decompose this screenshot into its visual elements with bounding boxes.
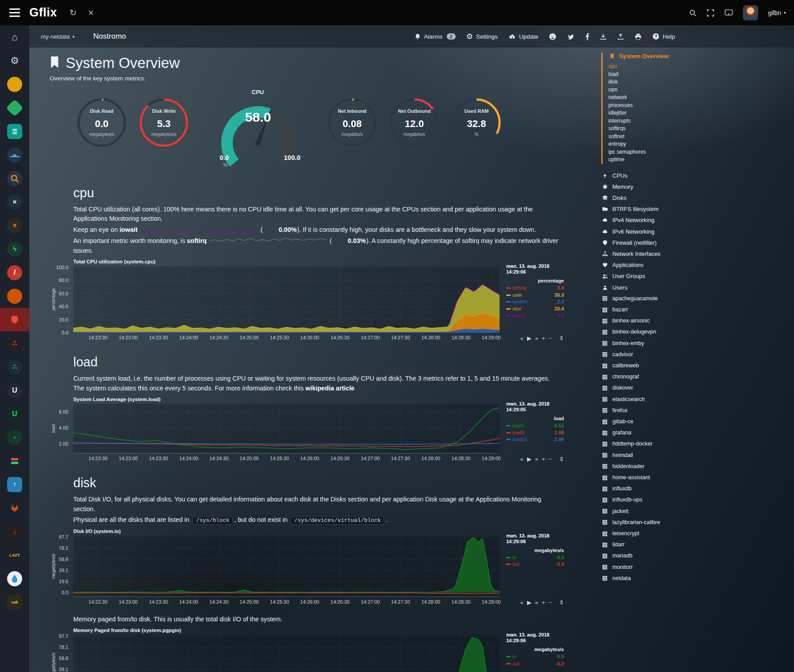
nav-container-home-assistant[interactable]: home-assistant	[601, 472, 777, 483]
chart-control-3[interactable]: +	[542, 456, 545, 462]
legend-entry-in[interactable]: in0.0	[506, 554, 564, 561]
nav-container-bazarr[interactable]: bazarr	[601, 304, 777, 315]
home-icon[interactable]: ⌂	[0, 25, 29, 49]
facebook-button[interactable]	[585, 33, 589, 40]
nav-container-hddtemp-docker[interactable]: hddtemp-docker	[601, 438, 777, 449]
app-sabnzbd-icon[interactable]: sab	[0, 590, 29, 614]
gauge-cpu[interactable]: CPU 58.0 0.0 100.0 %	[205, 89, 311, 173]
import-button[interactable]	[600, 33, 607, 40]
nav-container-cadvisor[interactable]: cadvisor	[601, 349, 777, 360]
menu-button[interactable]	[0, 0, 29, 25]
gauge-disk-write[interactable]: Disk Write 5.3 megabytes/s	[136, 95, 191, 152]
app-upload-box-icon[interactable]: ↑	[0, 473, 29, 496]
nav-container-hiddenloader[interactable]: hiddenloader	[601, 461, 777, 472]
nav-ipv6-networking[interactable]: IPv6 Networking	[601, 226, 777, 237]
nav-container-lazylibrarian-calibre[interactable]: lazylibrarian-calibre	[601, 517, 777, 528]
nav-container-apacheguacamole[interactable]: apacheguacamole	[601, 293, 777, 304]
nav-firewall-netfilter[interactable]: Firewall (netfilter)	[601, 237, 777, 248]
nav-container-gitlab-ce[interactable]: gitlab-ce	[601, 416, 777, 427]
system-load-chart[interactable]: System Load Average (system.load) load 6…	[49, 397, 565, 463]
app-audio-bars-icon[interactable]: ▂▅▂	[0, 143, 29, 167]
chart-control-1[interactable]: ▶	[527, 456, 532, 462]
legend-entry-in[interactable]: in0.0	[506, 653, 564, 660]
nav-ipv4-networking[interactable]: IPv4 Networking	[601, 215, 777, 226]
update-button[interactable]: Update	[508, 33, 539, 40]
nav-container-binhex-airsonic[interactable]: binhex-airsonic	[601, 315, 777, 326]
close-icon[interactable]: ×	[88, 7, 94, 19]
nav-system-overview[interactable]: System Overview	[608, 53, 777, 60]
nav-sub-ipc-semaphores[interactable]: ipc semaphores	[608, 148, 777, 156]
nav-container-firefox[interactable]: firefox	[601, 405, 777, 416]
legend-entry-load15[interactable]: load152.06	[506, 436, 564, 443]
chart-control-4[interactable]: −	[549, 335, 552, 342]
chart-control-2[interactable]: »	[535, 599, 538, 606]
nav-sub-idlejitter[interactable]: idlejitter	[608, 109, 777, 117]
gauge-net-outbound[interactable]: Net Outbound 12.0 megabits/s	[387, 95, 442, 152]
chart-control-3[interactable]: +	[542, 599, 545, 606]
nav-sub-entropy[interactable]: entropy	[608, 140, 777, 148]
nav-container-influxdb-ups[interactable]: influxdb-ups	[601, 494, 777, 505]
nav-container-netdata[interactable]: netdata	[601, 573, 777, 584]
chart-resize-grip[interactable]: ⇕	[559, 599, 564, 606]
chart-control-0[interactable]: «	[520, 599, 523, 606]
memory-paged-chart[interactable]: Memory Paged from/to disk (system.pgpgio…	[49, 628, 565, 672]
nav-cpus[interactable]: CPUs	[601, 170, 777, 181]
wikipedia-link[interactable]: wikipedia article	[306, 385, 354, 392]
app-red-slash-icon[interactable]: /	[0, 261, 29, 284]
disk-io-chart[interactable]: Disk I/O (system.io) megabytes/s 97.778.…	[49, 529, 565, 607]
app-teal-dots-icon[interactable]: ∴	[0, 355, 29, 378]
legend-entry-out[interactable]: out-5.2	[506, 660, 564, 668]
chart-plot-area[interactable]	[73, 266, 500, 334]
cpu-utilization-chart[interactable]: Total CPU utilization (system.cpu) perce…	[49, 259, 565, 342]
nav-users[interactable]: Users	[601, 282, 777, 293]
app-green-diamond-icon[interactable]	[0, 96, 29, 119]
legend-entry-system[interactable]: system2.3	[506, 298, 564, 306]
legend-entry-load1[interactable]: load16.51	[506, 422, 564, 429]
alarms-button[interactable]: Alarms 2	[414, 33, 456, 40]
nav-disks[interactable]: Disks	[601, 192, 777, 203]
app-teal-stack-icon[interactable]: ≣	[0, 119, 29, 143]
nav-container-jackett[interactable]: jackett	[601, 506, 777, 517]
app-dark-x-orange-icon[interactable]: ×	[0, 214, 29, 237]
refresh-icon[interactable]: ↻	[70, 8, 77, 18]
chart-control-3[interactable]: +	[542, 335, 545, 342]
nav-applications[interactable]: Applications	[601, 259, 777, 270]
app-droplet-icon[interactable]	[0, 567, 29, 590]
app-u-green-icon[interactable]: U	[0, 402, 29, 425]
nav-sub-softnet[interactable]: softnet	[608, 133, 777, 141]
avatar[interactable]	[743, 5, 758, 20]
app-download-box-icon[interactable]: ↓	[0, 520, 29, 543]
app-lazylibrarian-icon[interactable]: LAZY	[0, 543, 29, 567]
nav-container-elasticsearch[interactable]: elasticsearch	[601, 394, 777, 405]
iowait-sparkline[interactable]	[140, 225, 258, 235]
nav-user-groups[interactable]: User Groups	[601, 270, 777, 282]
chart-control-1[interactable]: ▶	[527, 335, 532, 342]
chart-plot-area[interactable]	[73, 635, 500, 672]
twitter-button[interactable]	[567, 33, 575, 40]
app-shield-icon[interactable]	[0, 308, 29, 331]
nav-sub-cpu[interactable]: cpu	[608, 63, 777, 71]
app-gitlab-icon[interactable]	[0, 496, 29, 520]
print-button[interactable]	[635, 33, 642, 40]
legend-entry-softirq[interactable]: softirq0.0	[506, 285, 564, 292]
nav-container-influxdb[interactable]: influxdb	[601, 483, 777, 494]
gauge-net-inbound[interactable]: Net Inbound 0.08 megabits/s	[325, 95, 380, 152]
nav-container-grafana[interactable]: grafana	[601, 427, 777, 438]
chart-control-4[interactable]: −	[549, 456, 552, 462]
chart-control-2[interactable]: »	[535, 456, 538, 462]
app-pills-icon[interactable]	[0, 449, 29, 473]
chart-plot-area[interactable]	[73, 404, 500, 455]
app-dark-x-icon[interactable]: ×	[0, 190, 29, 214]
nav-sub-softirqs[interactable]: softirqs	[608, 125, 777, 133]
search-icon[interactable]	[689, 9, 697, 17]
help-button[interactable]: ? Help	[652, 33, 675, 40]
gauge-used-ram[interactable]: Used RAM 32.8 %	[449, 95, 504, 152]
nav-container-heimdall[interactable]: heimdall	[601, 450, 777, 461]
devices-icon[interactable]	[724, 9, 733, 17]
github-button[interactable]	[549, 33, 556, 40]
app-horseshoe-icon[interactable]: U	[0, 378, 29, 402]
app-search-icon[interactable]	[0, 167, 29, 190]
app-orange-disc-2-icon[interactable]	[0, 284, 29, 308]
nav-sub-interrupts[interactable]: interrupts	[608, 117, 777, 125]
settings-icon[interactable]: ⚙	[0, 49, 29, 72]
